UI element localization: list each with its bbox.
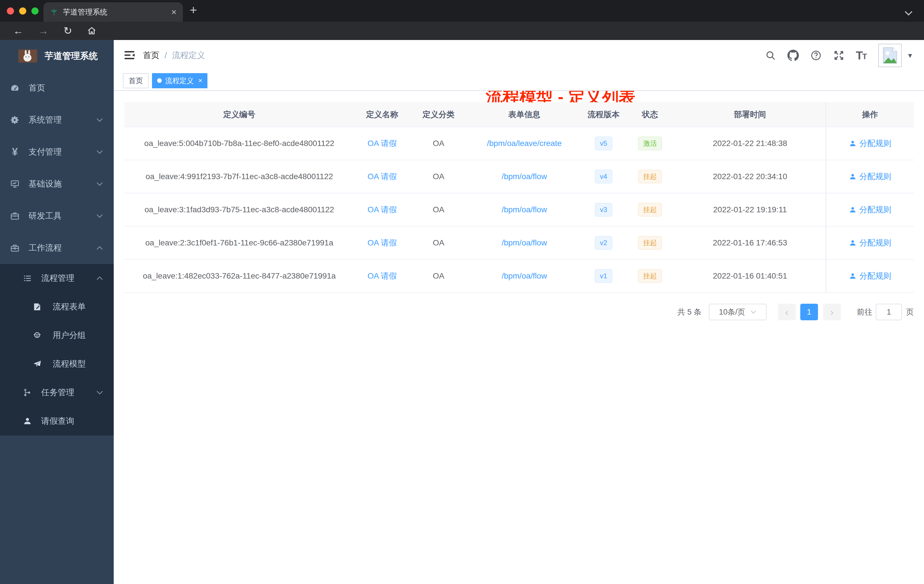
fullscreen-icon[interactable] xyxy=(833,50,845,61)
person-icon xyxy=(849,173,856,181)
column-header: 操作 xyxy=(826,102,914,127)
prev-page-button[interactable]: ‹ xyxy=(778,304,796,320)
goto-page-input[interactable] xyxy=(876,304,902,320)
assign-rule-link[interactable]: 分配规则 xyxy=(849,138,891,149)
sidebar-logo[interactable]: 芋道管理系统 xyxy=(0,40,114,72)
font-size-small-glyph: T xyxy=(862,53,867,61)
chevron-up-icon xyxy=(96,246,104,250)
font-size-large-glyph: T xyxy=(856,50,863,61)
definition-id: oa_leave:1:482ec033-762a-11ec-8477-a2380… xyxy=(124,260,354,292)
form-link[interactable]: /bpm/oa/flow xyxy=(502,271,547,280)
definition-name-link[interactable]: OA 请假 xyxy=(368,204,397,215)
window-minimize-button[interactable] xyxy=(19,7,26,15)
sidebar-item-home[interactable]: 首页 xyxy=(0,72,114,104)
sidebar-item-process-mgmt[interactable]: 流程管理 xyxy=(0,264,114,292)
back-icon[interactable]: ← xyxy=(13,25,23,37)
sidebar-item-label: 支付管理 xyxy=(28,146,62,158)
font-size-icon[interactable]: T T xyxy=(856,50,867,61)
assign-rule-link[interactable]: 分配规则 xyxy=(849,271,891,281)
window-close-button[interactable] xyxy=(7,7,14,15)
toolbox-icon xyxy=(10,211,20,221)
status-cell: 挂起 xyxy=(626,260,674,292)
tab-close-icon[interactable]: × xyxy=(171,7,177,16)
tree-branch-icon xyxy=(22,388,33,397)
form-link[interactable]: /bpm/oa/leave/create xyxy=(487,139,562,148)
forward-icon[interactable]: → xyxy=(38,25,49,37)
sidebar-item-label: 工作流程 xyxy=(28,242,62,254)
tag-process-definition[interactable]: 流程定义 × xyxy=(152,73,208,88)
definition-name-link[interactable]: OA 请假 xyxy=(368,271,397,281)
person-icon xyxy=(849,239,856,247)
definition-category: OA xyxy=(410,160,467,193)
form-link[interactable]: /bpm/oa/flow xyxy=(502,238,547,247)
sidebar-item-devtools[interactable]: 研发工具 xyxy=(0,200,114,232)
form-info-cell: /bpm/oa/leave/create xyxy=(467,127,581,160)
column-header: 定义编号 xyxy=(124,102,354,127)
github-icon[interactable] xyxy=(787,50,799,61)
tag-home[interactable]: 首页 xyxy=(123,73,148,88)
tag-label: 首页 xyxy=(129,76,143,86)
definition-name-cell: OA 请假 xyxy=(354,226,410,259)
sidebar-item-task-mgmt[interactable]: 任务管理 xyxy=(0,378,114,407)
sidebar-item-user-group[interactable]: 用户分组 xyxy=(0,321,114,350)
form-info-cell: /bpm/oa/flow xyxy=(467,193,581,226)
assign-rule-link[interactable]: 分配规则 xyxy=(849,171,891,182)
caret-down-icon[interactable]: ▾ xyxy=(908,51,912,60)
goto-label: 前往 xyxy=(857,307,872,317)
avatar[interactable] xyxy=(878,44,902,67)
form-link[interactable]: /bpm/oa/flow xyxy=(502,205,547,214)
page-size-select[interactable]: 10条/页 xyxy=(709,304,767,320)
assign-rule-link[interactable]: 分配规则 xyxy=(849,238,891,248)
chevron-down-icon xyxy=(750,310,757,314)
sidebar-item-system[interactable]: 系统管理 xyxy=(0,104,114,136)
version-cell: v1 xyxy=(581,260,626,292)
top-navbar: 首页 / 流程定义 流程模型 - 定义列表 T T ▾ xyxy=(114,40,924,71)
sidebar-item-workflow[interactable]: 工作流程 xyxy=(0,232,114,264)
action-cell: 分配规则 xyxy=(826,160,914,193)
help-icon[interactable] xyxy=(810,50,822,61)
definition-name-link[interactable]: OA 请假 xyxy=(368,171,397,182)
sidebar-collapse-icon[interactable] xyxy=(123,49,136,62)
deploy-time: 2022-01-22 20:34:10 xyxy=(674,160,826,193)
reload-icon[interactable]: ↻ xyxy=(63,25,72,37)
version-badge: v4 xyxy=(595,170,612,183)
status-cell: 挂起 xyxy=(626,226,674,259)
sidebar-item-leave-query[interactable]: 请假查询 xyxy=(0,407,114,436)
tab-overflow-chevron-icon[interactable] xyxy=(904,10,913,16)
browser-nav-buttons: ← → ↻ xyxy=(13,22,97,40)
form-edit-icon xyxy=(32,302,42,312)
status-badge: 挂起 xyxy=(638,170,662,183)
sidebar-item-infrastructure[interactable]: 基础设施 xyxy=(0,168,114,200)
sidebar-item-label: 研发工具 xyxy=(28,210,62,222)
next-page-button[interactable]: › xyxy=(823,304,841,320)
person-icon xyxy=(849,140,856,147)
definition-id: oa_leave:3:1fad3d93-7b75-11ec-a3c8-acde4… xyxy=(124,193,354,226)
table-row: oa_leave:3:1fad3d93-7b75-11ec-a3c8-acde4… xyxy=(124,193,914,226)
table-row: oa_leave:5:004b710b-7b8a-11ec-8ef0-acde4… xyxy=(124,127,914,160)
tag-close-icon[interactable]: × xyxy=(198,77,202,84)
breadcrumb-separator: / xyxy=(165,51,167,60)
definition-category: OA xyxy=(410,226,467,259)
pagination: 共 5 条 10条/页 ‹ 1 › 前往 页 xyxy=(677,304,914,320)
assign-rule-label: 分配规则 xyxy=(860,138,891,149)
definition-name-link[interactable]: OA 请假 xyxy=(368,138,397,149)
version-badge: v5 xyxy=(595,137,612,150)
new-tab-button[interactable]: + xyxy=(190,3,197,17)
form-link[interactable]: /bpm/oa/flow xyxy=(502,172,547,181)
page-number-button[interactable]: 1 xyxy=(800,304,818,320)
assign-rule-link[interactable]: 分配规则 xyxy=(849,204,891,215)
search-icon[interactable] xyxy=(765,50,776,61)
sidebar-item-process-form[interactable]: 流程表单 xyxy=(0,292,114,321)
version-cell: v5 xyxy=(581,127,626,160)
browser-tab[interactable]: 芋道管理系统 × xyxy=(43,2,183,22)
sidebar-item-process-model[interactable]: 流程模型 xyxy=(0,350,114,378)
window-zoom-button[interactable] xyxy=(31,7,39,15)
breadcrumb-home[interactable]: 首页 xyxy=(143,50,159,61)
deploy-time: 2022-01-22 19:19:11 xyxy=(674,193,826,226)
tab-title: 芋道管理系统 xyxy=(63,7,107,17)
home-icon[interactable] xyxy=(87,26,97,36)
sidebar-item-label: 系统管理 xyxy=(28,114,62,126)
definition-name-cell: OA 请假 xyxy=(354,260,410,292)
sidebar-item-payment[interactable]: ¥ 支付管理 xyxy=(0,136,114,168)
definition-name-link[interactable]: OA 请假 xyxy=(368,238,397,248)
